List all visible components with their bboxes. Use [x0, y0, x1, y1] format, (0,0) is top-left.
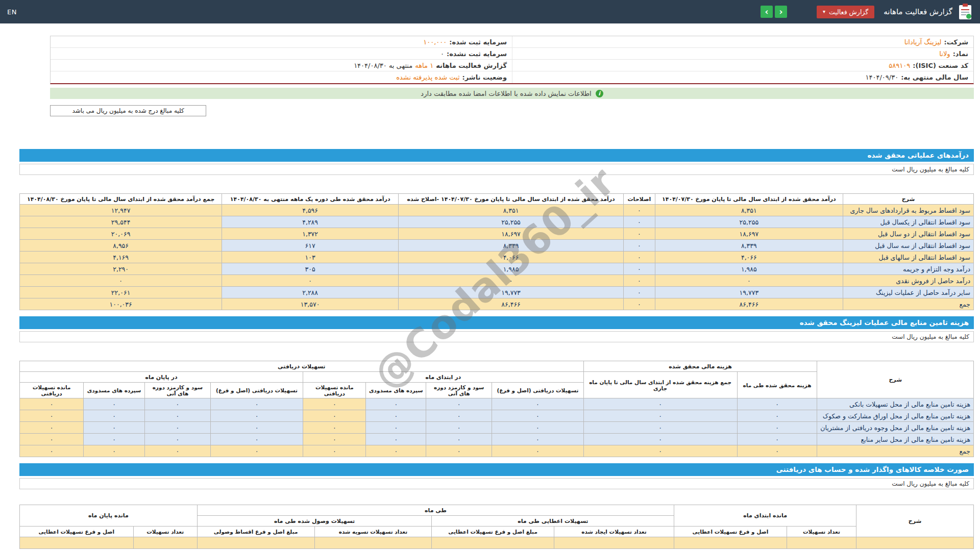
cell-value: ۰ — [20, 422, 84, 434]
cell-value: ۰ — [492, 410, 583, 422]
unregistered-capital-value: ۰ — [440, 50, 444, 58]
cell-value: ۱۹,۷۷۳ — [399, 287, 624, 298]
column-header: اصل و فرع تسهیلات اعطایی — [20, 527, 134, 537]
cell-value: ۱,۹۸۵ — [399, 263, 624, 275]
info-label: سال مالی منتهی به: — [901, 73, 968, 81]
cell-value: ۱۰۳ — [222, 252, 399, 263]
info-label: نماد: — [953, 50, 968, 58]
cell-value: ۲۵,۲۵۵ — [399, 216, 624, 228]
group-header: در ابتدای ماه — [303, 372, 583, 383]
cell-value: ۸۶,۴۶۶ — [655, 298, 843, 310]
cell-value: ۰ — [624, 216, 655, 228]
table-row: سود اقساط انتقالی از دو سال قبل۱۸,۶۹۷۰۱۸… — [20, 228, 974, 240]
registered-capital-row: سرمایه ثبت شده: ۱۰۰,۰۰۰ — [51, 36, 512, 48]
column-header: سپرده های مسدودی — [84, 383, 145, 398]
goods-receivables-table: شرح مانده ابتدای ماه طی ماه مانده پایان … — [19, 505, 974, 549]
table-row: درآمد حاصل از فروش نقدی۰۰۰۰۰ — [20, 275, 974, 287]
cell-value: ۰ — [737, 410, 817, 422]
column-header: تسهیلات دریافتی (اصل و فرع) — [210, 383, 303, 398]
info-label: کد صنعت (ISIC): — [913, 62, 968, 69]
period-nav: ‹ › — [761, 6, 787, 18]
issuer-status-value: ثبت شده پذیرفته نشده — [396, 73, 459, 81]
signature-match-banner: i اطلاعات نمایش داده شده با اطلاعات امضا… — [50, 88, 974, 99]
column-header: جمع هزینه محقق شده از ابتدای سال مالی تا… — [583, 372, 737, 398]
cell-value: ۰ — [583, 445, 737, 457]
cell-value: ۰ — [624, 287, 655, 298]
info-icon: i — [596, 90, 603, 97]
column-header: شرح — [856, 505, 974, 537]
cell-value: ۰ — [222, 275, 399, 287]
language-toggle[interactable]: EN — [7, 8, 17, 16]
cell-value: ۰ — [492, 434, 583, 445]
cell-value: ۰ — [426, 422, 492, 434]
cell-value: ۰ — [426, 410, 492, 422]
cell-value: ۰ — [583, 434, 737, 445]
cell-value: ۴,۲۸۹ — [222, 216, 399, 228]
chevron-right-icon: › — [779, 8, 782, 16]
report-body: درآمدهای عملیاتی محقق شده کلیه مبالغ به … — [19, 149, 974, 549]
cell-value: ۰ — [366, 434, 426, 445]
cell-value: ۰ — [655, 275, 843, 287]
revenue-table-header-row: شرح درآمد محقق شده از ابتدای سال مالی تا… — [20, 194, 974, 205]
row-label — [856, 537, 974, 549]
report-type-button[interactable]: گزارش فعالیت ▾ — [817, 6, 874, 18]
column-header: تعداد تسهیلات ایجاد شده — [554, 527, 674, 537]
cell-value: ۴,۰۶۶ — [399, 252, 624, 263]
cell-value: ۰ — [583, 398, 737, 410]
next-period-button[interactable]: › — [775, 6, 787, 18]
isic-row: کد صنعت (ISIC): ۵۸۹۱۰۹ — [512, 60, 973, 71]
group-header-row: شرح مانده ابتدای ماه طی ماه مانده پایان … — [20, 505, 974, 516]
column-header: درآمد محقق شده از ابتدای سال مالی تا پای… — [399, 194, 624, 205]
row-label: هزینه تامین منابع مالی از محل تسهیلات با… — [817, 398, 974, 410]
column-header: مانده تسهیلات دریافتی — [303, 383, 366, 398]
cell-value — [432, 537, 554, 549]
cell-value: ۲۲,۰۶۱ — [20, 287, 222, 298]
row-label: هزینه تامین منابع مالی از محل وجوه دریاف… — [817, 422, 974, 434]
row-label: جمع — [817, 445, 974, 457]
group-header: طی ماه — [197, 505, 674, 516]
company-name-value: لیزینگ آریادانا — [904, 38, 942, 46]
cell-value: ۱۸,۶۹۷ — [399, 228, 624, 240]
cell-value: ۲,۲۸۸ — [222, 287, 399, 298]
section-subtitle: کلیه مبالغ به میلیون ریال است — [19, 478, 974, 489]
cell-value: ۴,۱۶۹ — [20, 252, 222, 263]
cell-value: ۰ — [144, 445, 210, 457]
cell-value — [197, 537, 314, 549]
cell-value: ۰ — [624, 205, 655, 216]
prev-period-button[interactable]: ‹ — [761, 6, 773, 18]
report-icon — [958, 3, 973, 20]
cell-value: ۸,۳۵۱ — [655, 205, 843, 216]
table-row: سود اقساط مربوط به قراردادهای سال جاری۸,… — [20, 205, 974, 216]
group-header: مانده پایان ماه — [20, 505, 198, 527]
cell-value: ۰ — [737, 398, 817, 410]
column-header: درآمد محقق شده طی دوره یک ماهه منتهی به … — [222, 194, 399, 205]
cell-value: ۰ — [210, 422, 303, 434]
cell-value — [20, 537, 134, 549]
group-header: تسهیلات دریافتی — [20, 361, 584, 372]
cell-value: ۰ — [144, 410, 210, 422]
column-header: سپرده های مسدودی — [366, 383, 426, 398]
cell-value: ۰ — [84, 398, 145, 410]
cell-value: ۸,۳۳۹ — [655, 240, 843, 252]
cell-value: ۱۲,۹۴۷ — [20, 205, 222, 216]
group-header: تسهیلات وصول شده طی ماه — [197, 516, 432, 527]
cell-value: ۲۵,۲۵۵ — [655, 216, 843, 228]
report-type-label: گزارش فعالیت — [829, 8, 868, 16]
cell-value: ۰ — [144, 422, 210, 434]
column-header: جمع درآمد محقق شده از ابتدای سال مالی تا… — [20, 194, 222, 205]
cell-value: ۰ — [737, 434, 817, 445]
cell-value — [674, 537, 787, 549]
chevron-down-icon: ▾ — [823, 9, 825, 14]
info-label: وضعیت ناشر: — [462, 73, 507, 81]
cell-value: ۰ — [144, 398, 210, 410]
cell-value: ۰ — [624, 275, 655, 287]
revenue-table: شرح درآمد محقق شده از ابتدای سال مالی تا… — [19, 193, 974, 310]
cell-value: ۰ — [144, 434, 210, 445]
cell-value: ۰ — [366, 445, 426, 457]
cell-value: ۰ — [20, 398, 84, 410]
table-row: هزینه تامین منابع مالی از محل وجوه دریاف… — [20, 422, 974, 434]
section-subtitle: کلیه مبالغ به میلیون ریال است — [19, 164, 974, 175]
company-info-table: شرکت: لیزینگ آریادانا سرمایه ثبت شده: ۱۰… — [50, 36, 974, 84]
row-label: درآمد حاصل از فروش نقدی — [843, 275, 973, 287]
cell-value: ۰ — [366, 398, 426, 410]
